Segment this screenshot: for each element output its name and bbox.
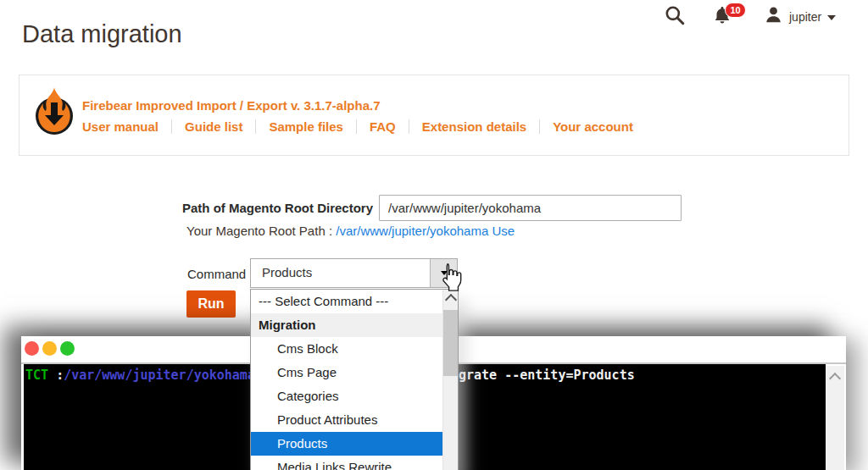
extension-link[interactable]: User manual xyxy=(82,119,159,134)
scrollbar-thumb[interactable] xyxy=(443,310,458,376)
search-icon xyxy=(664,14,686,29)
extension-links: User manualGuide listSample filesFAQExte… xyxy=(82,119,633,134)
dropdown-option[interactable]: Products xyxy=(251,432,443,456)
path-label: Path of Magento Root Directory xyxy=(182,201,373,215)
command-select[interactable]: Products xyxy=(250,258,458,288)
terminal-scrollbar[interactable] xyxy=(826,366,844,470)
dropdown-option[interactable]: Categories xyxy=(251,384,443,408)
notification-count-badge[interactable]: 10 xyxy=(725,3,746,18)
use-link[interactable]: Use xyxy=(492,224,515,238)
extension-link[interactable]: Your account xyxy=(539,119,633,134)
terminal-prompt-user: TCT xyxy=(25,368,48,383)
maximize-window-icon[interactable] xyxy=(60,341,75,356)
magento-root-path-input[interactable] xyxy=(379,195,682,221)
terminal-prompt-path: /var/www/jupiter/yokohama xyxy=(64,368,255,383)
chevron-down-icon xyxy=(827,15,836,20)
terminal-command-fragment: grate --entity=Products xyxy=(459,368,635,383)
scroll-up-icon xyxy=(444,294,456,306)
user-name: jupiter xyxy=(789,10,821,24)
search-button[interactable] xyxy=(664,4,686,30)
command-dropdown: --- Select Command --- Migration Cms Blo… xyxy=(250,289,459,470)
extension-link[interactable]: FAQ xyxy=(356,119,396,134)
minimize-window-icon[interactable] xyxy=(42,341,57,356)
dropdown-option[interactable]: Cms Block xyxy=(251,337,443,361)
command-select-arrow-button[interactable] xyxy=(430,259,457,287)
extension-link[interactable]: Sample files xyxy=(255,119,343,134)
page-title: Data migration xyxy=(22,20,182,48)
dropdown-scrollbar[interactable] xyxy=(442,290,458,470)
page: Data migration 10 jupiter Firebear Impro… xyxy=(0,0,868,470)
extension-link[interactable]: Guide list xyxy=(171,119,242,134)
root-path-line: Your Magento Root Path : /var/www/jupite… xyxy=(186,224,515,238)
user-icon xyxy=(764,5,783,28)
dropdown-option[interactable]: --- Select Command --- xyxy=(251,290,443,313)
dropdown-option[interactable]: Product Attributes xyxy=(251,408,443,432)
root-path-link[interactable]: /var/www/jupiter/yokohama xyxy=(336,224,488,238)
command-select-value: Products xyxy=(262,265,312,279)
command-label: Command xyxy=(187,267,246,281)
user-menu[interactable]: jupiter xyxy=(764,5,836,28)
firebear-panel: Firebear Improved Import / Export v. 3.1… xyxy=(19,75,849,156)
terminal-prompt-colon: : xyxy=(56,368,64,383)
close-window-icon[interactable] xyxy=(25,341,39,356)
extension-link[interactable]: Extension details xyxy=(409,119,526,134)
triangle-down-icon xyxy=(441,271,448,275)
terminal-prompt: TCT :/var/www/jupiter/yokohama xyxy=(25,368,255,383)
run-button[interactable]: Run xyxy=(186,290,236,318)
dropdown-option[interactable]: Media Links Rewrite xyxy=(251,456,443,470)
extension-heading: Firebear Improved Import / Export v. 3.1… xyxy=(82,98,381,113)
command-dropdown-list: --- Select Command --- Migration Cms Blo… xyxy=(251,290,443,470)
dropdown-option[interactable]: Cms Page xyxy=(251,361,443,384)
scroll-up-icon xyxy=(829,373,841,384)
root-path-label: Your Magento Root Path : xyxy=(186,224,332,238)
firebear-logo-icon xyxy=(35,86,74,141)
dropdown-option[interactable]: Migration xyxy=(251,313,443,337)
